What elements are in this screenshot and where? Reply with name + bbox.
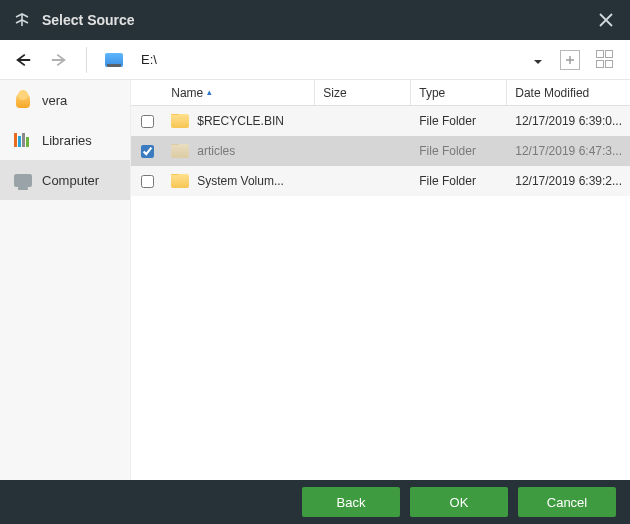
file-type: File Folder xyxy=(411,114,507,128)
row-checkbox[interactable] xyxy=(141,175,154,188)
file-name: $RECYCLE.BIN xyxy=(197,114,284,128)
back-button[interactable]: Back xyxy=(302,487,400,517)
sidebar-item-label: Libraries xyxy=(42,133,92,148)
sort-indicator-icon: ▴ xyxy=(207,87,212,97)
sidebar-item-vera[interactable]: vera xyxy=(0,80,130,120)
file-rows: $RECYCLE.BINFile Folder12/17/2019 6:39:0… xyxy=(131,106,630,480)
chevron-down-icon[interactable] xyxy=(532,54,544,66)
folder-icon xyxy=(171,144,189,158)
back-arrow-icon[interactable] xyxy=(14,51,32,69)
file-type: File Folder xyxy=(411,174,507,188)
file-name: System Volum... xyxy=(197,174,284,188)
close-icon[interactable] xyxy=(594,8,618,32)
path-text: E:\ xyxy=(141,52,514,67)
drive-icon xyxy=(105,53,123,67)
new-folder-icon[interactable] xyxy=(560,50,580,70)
view-grid-icon[interactable] xyxy=(596,50,616,70)
row-checkbox[interactable] xyxy=(141,115,154,128)
table-row[interactable]: System Volum...File Folder12/17/2019 6:3… xyxy=(131,166,630,196)
file-date: 12/17/2019 6:39:0... xyxy=(507,114,630,128)
table-row[interactable]: $RECYCLE.BINFile Folder12/17/2019 6:39:0… xyxy=(131,106,630,136)
forward-arrow-icon[interactable] xyxy=(50,51,68,69)
toolbar-divider xyxy=(86,47,87,73)
column-name[interactable]: Name▴ xyxy=(163,80,315,105)
footer: Back OK Cancel xyxy=(0,480,630,524)
cancel-button[interactable]: Cancel xyxy=(518,487,616,517)
sidebar-item-label: vera xyxy=(42,93,67,108)
file-type: File Folder xyxy=(411,144,507,158)
ok-button[interactable]: OK xyxy=(410,487,508,517)
file-name: articles xyxy=(197,144,235,158)
user-icon xyxy=(14,91,32,109)
sidebar-item-label: Computer xyxy=(42,173,99,188)
table-row[interactable]: articlesFile Folder12/17/2019 6:47:3... xyxy=(131,136,630,166)
file-date: 12/17/2019 6:47:3... xyxy=(507,144,630,158)
row-checkbox[interactable] xyxy=(141,145,154,158)
sidebar-item-libraries[interactable]: Libraries xyxy=(0,120,130,160)
window-title: Select Source xyxy=(42,12,594,28)
app-icon xyxy=(12,10,32,30)
column-type[interactable]: Type xyxy=(411,80,507,105)
column-date[interactable]: Date Modified xyxy=(507,80,630,105)
sidebar-item-computer[interactable]: Computer xyxy=(0,160,130,200)
computer-icon xyxy=(14,171,32,189)
folder-icon xyxy=(171,114,189,128)
file-date: 12/17/2019 6:39:2... xyxy=(507,174,630,188)
column-checkbox xyxy=(131,80,163,105)
sidebar: veraLibrariesComputer xyxy=(0,80,131,480)
libraries-icon xyxy=(14,131,32,149)
folder-icon xyxy=(171,174,189,188)
file-list: Name▴ Size Type Date Modified $RECYCLE.B… xyxy=(131,80,630,480)
column-headers: Name▴ Size Type Date Modified xyxy=(131,80,630,106)
column-size[interactable]: Size xyxy=(315,80,411,105)
title-bar: Select Source xyxy=(0,0,630,40)
nav-toolbar: E:\ xyxy=(0,40,630,80)
